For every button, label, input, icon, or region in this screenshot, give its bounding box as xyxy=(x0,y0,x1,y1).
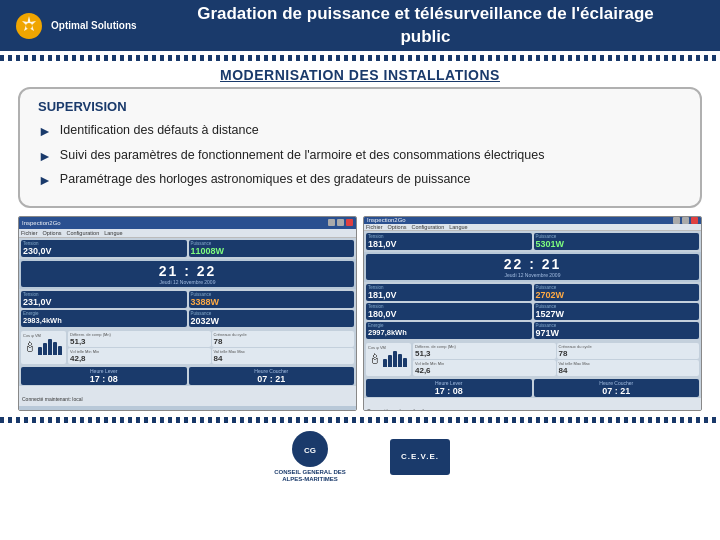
screen1-status: Connecté maintenant: local xyxy=(19,386,356,406)
header-title: Gradation de puissance et télésurveillan… xyxy=(146,3,705,47)
bullet-arrow-3: ► xyxy=(38,171,52,191)
power-1: Puissance 11008W xyxy=(189,240,355,257)
minimize-btn[interactable] xyxy=(328,219,335,226)
close-btn[interactable] xyxy=(346,219,353,226)
menu-fichier[interactable]: Fichier xyxy=(21,230,38,236)
screenshot-1: Inspection2Go Fichier Options Configurat… xyxy=(18,216,357,411)
screen1-title: Inspection2Go xyxy=(22,220,61,226)
screen2-title: Inspection2Go xyxy=(367,217,406,223)
list-item: ► Paramétrage des horloges astronomiques… xyxy=(38,171,682,191)
gauge-2: Cos φ VM 🕯 xyxy=(366,343,411,376)
menu-config[interactable]: Configuration xyxy=(66,230,99,236)
energy-1: Energie 2983,4kWh xyxy=(21,310,187,327)
voltage-4: Tension 181,0V xyxy=(366,284,532,301)
power-7: Puissance 971W xyxy=(534,322,700,339)
top-separator xyxy=(0,55,720,61)
footer-logo-conseil: CG CONSEIL GENERAL DES ALPES-MARITIMES xyxy=(270,431,350,483)
logo-icon xyxy=(15,12,43,40)
ceve-text: C.E.V.E. xyxy=(401,452,439,461)
close-btn-2[interactable] xyxy=(691,217,698,224)
maximize-btn-2[interactable] xyxy=(682,217,689,224)
conseil-general-icon: CG xyxy=(297,436,323,462)
power-6: Puissance 1527W xyxy=(534,303,700,320)
svg-point-2 xyxy=(26,23,32,29)
supervision-box: SUPERVISION ► Identification des défauts… xyxy=(18,87,702,208)
bullet-list: ► Identification des défauts à distance … xyxy=(38,122,682,191)
conseil-general-text: CONSEIL GENERAL DES ALPES-MARITIMES xyxy=(270,469,350,483)
dimmer-controls: Défirem. de comp (Mn) 51,3 Créneaux du c… xyxy=(68,331,354,364)
power-5: Puissance 2702W xyxy=(534,284,700,301)
section-title: MODERNISATION DES INSTALLATIONS xyxy=(0,67,720,83)
footer-logo-ceve: C.E.V.E. xyxy=(390,439,450,475)
power-2: Puissance 3388W xyxy=(189,291,355,308)
energy-2: Energie 2997,8kWh xyxy=(366,322,532,339)
menu-langue[interactable]: Langue xyxy=(104,230,122,236)
supervision-label: SUPERVISION xyxy=(38,99,682,114)
menu2-langue[interactable]: Langue xyxy=(449,224,467,230)
menu2-config[interactable]: Configuration xyxy=(411,224,444,230)
header: Optimal Solutions Gradation de puissance… xyxy=(0,0,720,51)
voltage-3: Tension 181,0V xyxy=(366,233,532,250)
list-item: ► Identification des défauts à distance xyxy=(38,122,682,142)
bullet-arrow-2: ► xyxy=(38,147,52,167)
time-display-1: 21 : 22 Jeudi 12 Novembre 2009 xyxy=(21,261,354,287)
time-display-2: 22 : 21 Jeudi 12 Novembre 2009 xyxy=(366,254,699,280)
screenshot-2: Inspection2Go Fichier Options Configurat… xyxy=(363,216,702,411)
voltage-1: Tension 230,0V xyxy=(21,240,187,257)
minimize-btn-2[interactable] xyxy=(673,217,680,224)
menu2-fichier[interactable]: Fichier xyxy=(366,224,383,230)
list-item: ► Suivi des paramètres de fonctionnement… xyxy=(38,147,682,167)
screen2-status: Connecté au réseau local xyxy=(364,398,701,411)
logo-text: Optimal Solutions xyxy=(51,20,137,32)
dimmer-controls-2: Défirem. de comp (Mn) 51,3 Créneaux du c… xyxy=(413,343,699,376)
power-4: Puissance 5301W xyxy=(534,233,700,250)
footer-area: CG CONSEIL GENERAL DES ALPES-MARITIMES C… xyxy=(0,427,720,487)
svg-text:CG: CG xyxy=(304,446,316,455)
voltage-5: Tension 180,0V xyxy=(366,303,532,320)
menu-options[interactable]: Options xyxy=(43,230,62,236)
voltage-2: Tension 231,0V xyxy=(21,291,187,308)
menu2-options[interactable]: Options xyxy=(388,224,407,230)
maximize-btn[interactable] xyxy=(337,219,344,226)
bottom-separator xyxy=(0,417,720,423)
logo-area: Optimal Solutions xyxy=(15,12,146,40)
bullet-arrow-1: ► xyxy=(38,122,52,142)
gauge-1: Cos φ VM 🕯 xyxy=(21,331,66,364)
screenshots-area: Inspection2Go Fichier Options Configurat… xyxy=(18,216,702,411)
power-3: Puissance 2032W xyxy=(189,310,355,327)
